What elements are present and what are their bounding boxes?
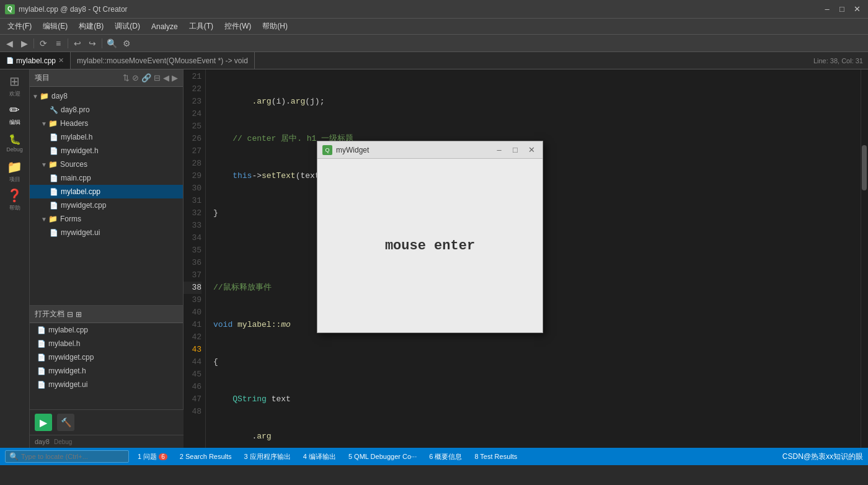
menu-analyze[interactable]: Analyze <box>146 21 183 32</box>
maximize-button[interactable]: □ <box>836 3 848 16</box>
sidebar-edit[interactable]: ✏ 编辑 <box>1 100 29 128</box>
toolbar-redo[interactable]: ↪ <box>86 37 99 50</box>
project-link-btn[interactable]: 🔗 <box>141 73 151 82</box>
project-nav-fwd[interactable]: ▶ <box>172 73 178 82</box>
open-docs-header: 打开文档 ⊟ ⊞ <box>30 306 183 323</box>
sidebar-help[interactable]: ❓ 帮助 <box>1 186 29 213</box>
tree-maincpp[interactable]: 📄 main.cpp <box>30 171 183 185</box>
menu-edit[interactable]: 编辑(E) <box>38 20 73 33</box>
status-tab-appout[interactable]: 3 应用程序输出 <box>241 452 294 461</box>
status-tab-overview[interactable]: 6 概要信息 <box>425 452 466 461</box>
mywidget-title: myWidget <box>336 146 489 154</box>
project-label: 项目 <box>9 176 20 184</box>
toolbar-sep2 <box>68 38 68 48</box>
tree-forms[interactable]: ▼ 📁 Forms <box>30 212 183 226</box>
toolbar-back[interactable]: ◀ <box>2 37 16 50</box>
toolbar-menu[interactable]: ≡ <box>51 37 65 50</box>
tree-sources-label: Sources <box>60 160 87 169</box>
mywidget-maximize[interactable]: □ <box>509 144 521 156</box>
mywidget-body: mouse enter <box>317 159 542 332</box>
edit-icon: ✏ <box>9 102 20 117</box>
status-tab-qml[interactable]: 5 QML Debugger Co··· <box>345 453 420 460</box>
mywidget-window[interactable]: Q myWidget – □ ✕ mouse enter <box>317 141 543 333</box>
tree-mylabelcpp-label: mylabel.cpp <box>61 187 100 196</box>
menu-controls[interactable]: 控件(W) <box>219 20 256 33</box>
sidebar-project[interactable]: 📁 项目 <box>1 158 29 185</box>
tab-function[interactable]: mylabel::mouseMoveEvent(QMouseEvent *) -… <box>71 52 255 69</box>
scrollbar-thumb[interactable] <box>862 145 867 190</box>
toolbar-refresh[interactable]: ⟳ <box>37 37 50 50</box>
open-docs-title: 打开文档 <box>35 309 64 319</box>
tab-bar: 📄 mylabel.cpp ✕ mylabel::mouseMoveEvent(… <box>0 52 868 69</box>
mywidget-minimize[interactable]: – <box>493 144 505 156</box>
debug-icon: 🐛 <box>9 133 21 145</box>
toolbar-sep3 <box>102 38 102 48</box>
project-sync-btn[interactable]: ⇅ <box>123 73 130 82</box>
tree-headers[interactable]: ▼ 📁 Headers <box>30 117 183 130</box>
mywidget-close[interactable]: ✕ <box>525 144 538 156</box>
open-doc-mylabelh[interactable]: 📄 mylabel.h <box>30 337 183 350</box>
cpp-file-icon2: 📄 <box>50 188 58 196</box>
tree-mywidgetui[interactable]: 📄 mywidget.ui <box>30 226 183 239</box>
tree-mywidgeth[interactable]: 📄 mywidget.h <box>30 144 183 158</box>
h-file-icon2: 📄 <box>50 147 58 155</box>
status-tab-search[interactable]: 2 Search Results <box>176 453 236 460</box>
menu-help[interactable]: 帮助(H) <box>257 20 293 33</box>
mywidget-content: mouse enter <box>385 238 475 254</box>
open-docs-btn1[interactable]: ⊟ <box>67 310 73 319</box>
tree-forms-label: Forms <box>60 215 81 223</box>
menu-bar: 文件(F) 编辑(E) 构建(B) 调试(D) Analyze 工具(T) 控件… <box>0 19 868 35</box>
menu-build[interactable]: 构建(B) <box>74 20 108 33</box>
toolbar-forward[interactable]: ▶ <box>17 37 31 50</box>
mywidget-titlebar: Q myWidget – □ ✕ <box>317 141 542 159</box>
tab-close[interactable]: ✕ <box>58 56 64 65</box>
build-button[interactable]: 🔨 <box>57 414 74 431</box>
close-button[interactable]: ✕ <box>851 3 863 16</box>
toolbar-undo[interactable]: ↩ <box>71 37 84 50</box>
open-doc-mywidgetui-label: mywidget.ui <box>48 380 87 389</box>
sidebar-welcome[interactable]: ⊞ 欢迎 <box>1 72 29 99</box>
status-tab-tests[interactable]: 8 Test Results <box>471 453 521 460</box>
locate-search-box[interactable]: 🔍 <box>5 450 129 463</box>
tree-day8pro-label: day8.pro <box>61 105 90 114</box>
status-tab-buildout[interactable]: 4 编译输出 <box>299 452 340 461</box>
menu-tools[interactable]: 工具(T) <box>184 20 218 33</box>
editor-scrollbar[interactable] <box>861 69 868 448</box>
toolbar-search[interactable]: 🔍 <box>105 37 118 50</box>
project-title: 项目 <box>35 73 120 83</box>
tree-mylabelh-label: mylabel.h <box>61 133 92 141</box>
tree-mywidgetcpp[interactable]: 📄 mywidget.cpp <box>30 198 183 212</box>
tab-mylabel-cpp[interactable]: 📄 mylabel.cpp ✕ <box>0 52 71 69</box>
open-doc-mywidgetcpp[interactable]: 📄 mywidget.cpp <box>30 350 183 364</box>
open-docs-btn2[interactable]: ⊞ <box>76 310 82 319</box>
project-nav-back[interactable]: ◀ <box>163 73 169 82</box>
sidebar-debug[interactable]: 🐛 Debug <box>1 129 29 156</box>
toolbar-settings[interactable]: ⚙ <box>120 37 133 50</box>
run-buttons: ▶ 🔨 <box>30 409 184 435</box>
tree-sources[interactable]: ▼ 📁 Sources <box>30 158 183 171</box>
help-label: 帮助 <box>9 204 20 212</box>
tree-day8[interactable]: ▼ 📁 day8 <box>30 89 183 103</box>
menu-file[interactable]: 文件(F) <box>2 20 37 33</box>
open-doc-mywidgeth[interactable]: 📄 mywidget.h <box>30 364 183 378</box>
tree-mylabelh[interactable]: 📄 mylabel.h <box>30 130 183 144</box>
open-doc-mylabelcpp[interactable]: 📄 mylabel.cpp <box>30 323 183 337</box>
title-bar: Q mylabel.cpp @ day8 - Qt Creator – □ ✕ <box>0 0 868 19</box>
window-controls: – □ ✕ <box>821 3 863 16</box>
open-doc-mywidgetui[interactable]: 📄 mywidget.ui <box>30 378 183 391</box>
open-docs-panel: 打开文档 ⊟ ⊞ 📄 mylabel.cpp 📄 mylabel.h 📄 myw… <box>30 305 184 409</box>
tree-mywidgetui-label: mywidget.ui <box>61 228 100 237</box>
tree-mylabelcpp[interactable]: 📄 mylabel.cpp <box>30 185 183 198</box>
run-button[interactable]: ▶ <box>35 414 52 431</box>
line-numbers: 21 22 23 24 25 26 27 28 29 30 31 32 33 3… <box>184 69 206 448</box>
project-collapse-btn[interactable]: ⊟ <box>154 73 161 82</box>
project-filter-btn[interactable]: ⊘ <box>132 73 139 82</box>
tab-label: mylabel.cpp <box>16 56 56 65</box>
editor-area[interactable]: 21 22 23 24 25 26 27 28 29 30 31 32 33 3… <box>184 69 868 448</box>
locate-input[interactable] <box>21 453 114 460</box>
status-tab-problems[interactable]: 1 问题 6 <box>134 452 171 461</box>
tree-day8pro[interactable]: 🔧 day8.pro <box>30 103 183 117</box>
menu-debug[interactable]: 调试(D) <box>110 20 145 33</box>
minimize-button[interactable]: – <box>821 3 833 16</box>
line-col-display: Line: 38, Col: 31 <box>255 52 868 69</box>
